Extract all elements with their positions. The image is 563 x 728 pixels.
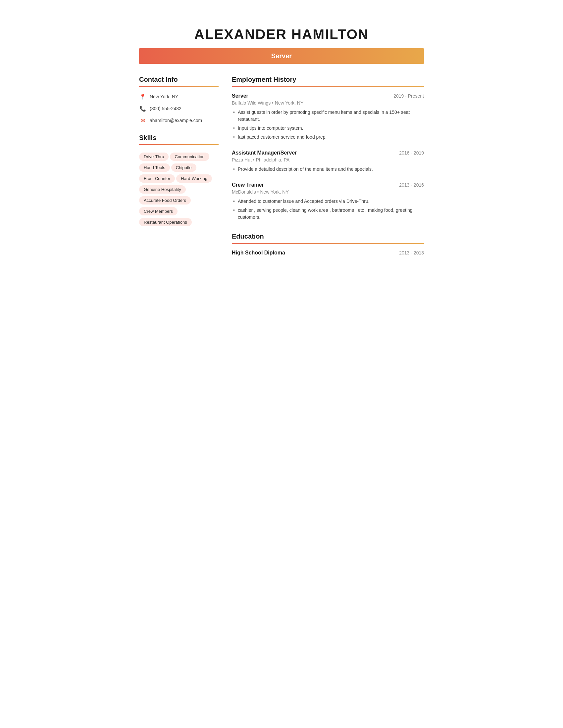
resume-body: Contact Info 📍 New York, NY 📞 (300) 555-…: [139, 76, 424, 256]
job-bullet: Provide a detailed description of the me…: [232, 166, 424, 173]
edu-degree: High School Diploma: [232, 250, 285, 256]
phone-icon: 📞: [139, 105, 146, 112]
contact-section-title: Contact Info: [139, 76, 218, 83]
job-title: Assistant Manager/Server: [232, 150, 297, 156]
employment-section-title: Employment History: [232, 76, 424, 83]
employment-section: Employment History Server2019 - PresentB…: [232, 76, 424, 221]
jobs-container: Server2019 - PresentBuffalo Wild Wings •…: [232, 93, 424, 221]
location-text: New York, NY: [150, 94, 178, 99]
skill-tag: Genuine Hospitality: [139, 185, 186, 194]
skills-tags-container: Drive-ThruCommunicationHand ToolsChipotl…: [139, 151, 218, 228]
contact-divider: [139, 86, 218, 87]
skill-tag: Crew Members: [139, 207, 177, 215]
skill-tag: Drive-Thru: [139, 153, 168, 161]
resume-name: ALEXANDER HAMILTON: [139, 26, 424, 42]
contact-location: 📍 New York, NY: [139, 93, 218, 100]
job-company: McDonald's • New York, NY: [232, 189, 424, 195]
job-header: Assistant Manager/Server2016 - 2019: [232, 150, 424, 156]
email-icon: ✉: [139, 117, 146, 124]
location-icon: 📍: [139, 93, 146, 100]
job-company: Buffalo Wild Wings • New York, NY: [232, 100, 424, 106]
skill-tag: Hard-Working: [176, 174, 212, 183]
job-header: Server2019 - Present: [232, 93, 424, 99]
contact-section: Contact Info 📍 New York, NY 📞 (300) 555-…: [139, 76, 218, 124]
job-bullet: Attended to customer issue and Accepted …: [232, 198, 424, 205]
skill-tag: Hand Tools: [139, 163, 170, 172]
email-text: ahamilton@example.com: [150, 118, 202, 123]
job-bullet: fast paced customer service and food pre…: [232, 134, 424, 141]
skill-tag: Chipotle: [171, 163, 196, 172]
job-entry: Assistant Manager/Server2016 - 2019Pizza…: [232, 150, 424, 173]
skill-tag: Accurate Food Orders: [139, 196, 191, 205]
job-bullet: Assist guests in order by promoting spec…: [232, 109, 424, 123]
resume-document: ALEXANDER HAMILTON Server Contact Info 📍…: [122, 13, 441, 276]
job-title: Server: [232, 93, 248, 99]
job-dates: 2019 - Present: [394, 93, 424, 99]
employment-divider: [232, 86, 424, 87]
right-column: Employment History Server2019 - PresentB…: [232, 76, 424, 256]
phone-text: (300) 555-2482: [150, 106, 181, 111]
resume-title-bar: Server: [139, 48, 424, 64]
job-header: Crew Trainer2013 - 2016: [232, 182, 424, 188]
job-dates: 2016 - 2019: [399, 150, 424, 156]
job-company: Pizza Hut • Philadelphia, PA: [232, 157, 424, 162]
edu-container: High School Diploma2013 - 2013: [232, 250, 424, 256]
edu-dates: 2013 - 2013: [399, 250, 424, 255]
education-divider: [232, 243, 424, 244]
education-section: Education High School Diploma2013 - 2013: [232, 233, 424, 256]
job-title: Crew Trainer: [232, 182, 264, 188]
job-entry: Crew Trainer2013 - 2016McDonald's • New …: [232, 182, 424, 221]
edu-entry: High School Diploma2013 - 2013: [232, 250, 424, 256]
skill-tag: Front Counter: [139, 174, 175, 183]
skills-section: Skills Drive-ThruCommunicationHand Tools…: [139, 134, 218, 228]
skills-divider: [139, 144, 218, 145]
job-entry: Server2019 - PresentBuffalo Wild Wings •…: [232, 93, 424, 141]
resume-title: Server: [271, 52, 292, 60]
job-dates: 2013 - 2016: [399, 182, 424, 188]
left-column: Contact Info 📍 New York, NY 📞 (300) 555-…: [139, 76, 218, 256]
education-section-title: Education: [232, 233, 424, 240]
contact-email: ✉ ahamilton@example.com: [139, 117, 218, 124]
job-bullet: Input tips into computer system.: [232, 125, 424, 132]
contact-phone: 📞 (300) 555-2482: [139, 105, 218, 112]
job-bullet: cashier , serving people, cleaning work …: [232, 207, 424, 221]
skills-section-title: Skills: [139, 134, 218, 142]
skill-tag: Communication: [170, 153, 209, 161]
skill-tag: Restaurant Operations: [139, 218, 192, 226]
